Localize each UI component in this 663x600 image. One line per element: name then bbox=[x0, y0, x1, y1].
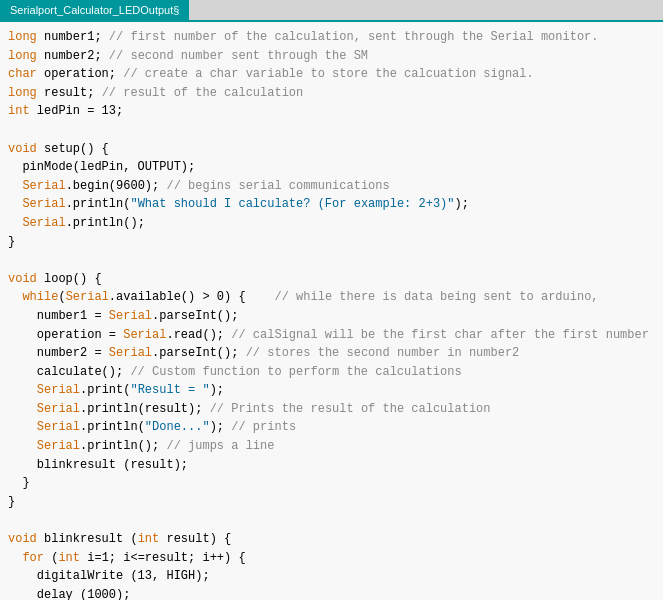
code-line: pinMode(ledPin, OUTPUT); bbox=[8, 158, 655, 177]
code-line: while(Serial.available() > 0) { // while… bbox=[8, 288, 655, 307]
tab-bar: Serialport_Calculator_LEDOutput§ bbox=[0, 0, 663, 22]
code-line: long result; // result of the calculatio… bbox=[8, 84, 655, 103]
code-line: void loop() { bbox=[8, 270, 655, 289]
code-line: } bbox=[8, 474, 655, 493]
code-line: int ledPin = 13; bbox=[8, 102, 655, 121]
code-line: Serial.println("What should I calculate?… bbox=[8, 195, 655, 214]
code-line: number1 = Serial.parseInt(); bbox=[8, 307, 655, 326]
code-line bbox=[8, 511, 655, 530]
code-line: delay (1000); bbox=[8, 586, 655, 600]
code-line: digitalWrite (13, HIGH); bbox=[8, 567, 655, 586]
code-line: long number2; // second number sent thro… bbox=[8, 47, 655, 66]
code-line: blinkresult (result); bbox=[8, 456, 655, 475]
code-line: long number1; // first number of the cal… bbox=[8, 28, 655, 47]
code-line: } bbox=[8, 493, 655, 512]
code-line: Serial.println(); // jumps a line bbox=[8, 437, 655, 456]
code-line: number2 = Serial.parseInt(); // stores t… bbox=[8, 344, 655, 363]
code-line: Serial.begin(9600); // begins serial com… bbox=[8, 177, 655, 196]
code-line: operation = Serial.read(); // calSignal … bbox=[8, 326, 655, 345]
code-line: Serial.println("Done..."); // prints bbox=[8, 418, 655, 437]
code-area: long number1; // first number of the cal… bbox=[0, 22, 663, 600]
code-line bbox=[8, 121, 655, 140]
active-tab[interactable]: Serialport_Calculator_LEDOutput§ bbox=[0, 0, 189, 20]
code-line bbox=[8, 251, 655, 270]
code-line: for (int i=1; i<=result; i++) { bbox=[8, 549, 655, 568]
code-line: void setup() { bbox=[8, 140, 655, 159]
code-line: calculate(); // Custom function to perfo… bbox=[8, 363, 655, 382]
tab-label: Serialport_Calculator_LEDOutput§ bbox=[10, 4, 179, 16]
code-line: void blinkresult (int result) { bbox=[8, 530, 655, 549]
code-line: } bbox=[8, 233, 655, 252]
code-line: Serial.print("Result = "); bbox=[8, 381, 655, 400]
code-line: Serial.println(); bbox=[8, 214, 655, 233]
code-line: Serial.println(result); // Prints the re… bbox=[8, 400, 655, 419]
code-line: char operation; // create a char variabl… bbox=[8, 65, 655, 84]
